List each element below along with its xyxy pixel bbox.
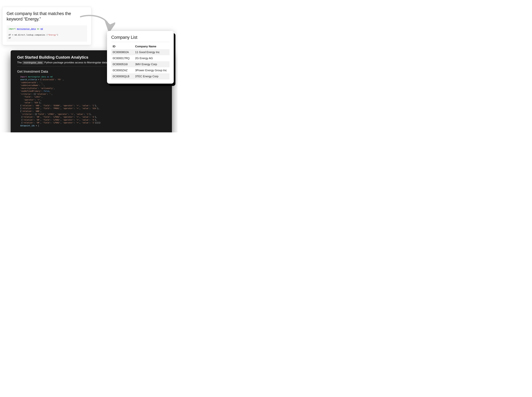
code-token: 'field'	[24, 96, 31, 98]
column-header-name[interactable]: Company Name	[134, 44, 170, 49]
code-token: 'relation'	[23, 116, 34, 118]
code-token: 'value'	[82, 119, 89, 121]
code-token: }]}]}	[95, 122, 101, 124]
code-token: 'operator'	[63, 119, 74, 121]
code-token: 'OR'	[36, 119, 40, 121]
code-token: :	[35, 99, 37, 101]
package-chip: morningstar_data	[23, 61, 43, 64]
code-token: 'value'	[82, 105, 89, 107]
code-token: 'USA'	[92, 107, 97, 110]
code-token: ,	[40, 116, 43, 118]
prompt-code-block[interactable]: import morningstar_data as md df = md.di…	[6, 25, 87, 42]
table-row[interactable]: 0C0000516I3MV Energy Corp	[111, 61, 170, 67]
code-token: 'AND'	[35, 105, 40, 107]
code-token: : [{	[32, 113, 37, 115]
cell-company-name: 3TEC Energy Corp	[134, 73, 170, 79]
code-token: 'securityStatus'	[20, 87, 38, 89]
prompt-heading: Get company list that matches the keywor…	[6, 11, 87, 22]
code-token: '='	[76, 122, 79, 124]
code-token	[20, 102, 24, 104]
code-token: ,	[49, 90, 50, 92]
code-token: },	[39, 102, 41, 104]
code-token: 'FO'	[57, 79, 61, 81]
code-token: 'field'	[43, 119, 50, 121]
code-token: '='	[70, 113, 74, 115]
code-token: :	[32, 110, 35, 112]
table-row[interactable]: 0C000017RQ2G Energy AG	[111, 55, 170, 61]
code-token: ,	[74, 113, 76, 115]
code-token: },	[95, 119, 97, 121]
code-token: :	[39, 84, 41, 87]
code-token: 'universeId'	[41, 79, 55, 81]
code-token: :	[89, 116, 92, 118]
code-token: 'activeonly'	[40, 87, 54, 89]
table-row[interactable]: 0C0000ZAZ3Power Energy Group Inc	[111, 67, 170, 73]
code-token: df	[9, 37, 11, 39]
text: The	[17, 61, 23, 64]
code-token: :	[74, 122, 76, 124]
code-token	[20, 96, 24, 98]
code-token: :	[34, 122, 36, 124]
code-token: 'relation'	[23, 119, 34, 121]
code-token: : [{	[31, 93, 36, 95]
cell-id: 0C0000ZAZ	[111, 67, 134, 73]
code-token: = {	[37, 79, 41, 81]
code-token: ,	[79, 122, 82, 124]
code-token: '1'	[86, 113, 89, 115]
code-token: :	[68, 113, 70, 115]
cell-company-name: 3Power Energy Group Inc	[134, 67, 170, 73]
code-token: :	[32, 107, 35, 110]
code-token: 'relation'	[23, 122, 34, 124]
code-token: {	[20, 116, 23, 118]
code-token: ,	[60, 105, 63, 107]
code-token: ''	[49, 93, 51, 95]
code-token: morningstar_data	[17, 28, 36, 30]
table-row[interactable]: 0C0000802A11 Good Energy Inc	[111, 49, 170, 55]
code-token: datapoint_ids	[20, 125, 35, 127]
code-token: ''	[39, 81, 41, 84]
code-token: 'operator'	[63, 107, 74, 110]
code-token: :	[50, 105, 53, 107]
code-token: 'operator'	[63, 105, 74, 107]
code-token: :	[37, 81, 39, 84]
cell-company-name: 3MV Energy Corp	[134, 61, 170, 67]
code-token: 'LF002'	[53, 119, 60, 121]
cell-company-name: 11 Good Energy Inc	[134, 49, 170, 55]
code-token: 'field'	[43, 105, 50, 107]
code-token: '='	[76, 105, 79, 107]
code-token: ,	[60, 107, 63, 110]
table-row[interactable]: 0C00000QLB3TEC Energy Corp	[111, 73, 170, 79]
code-token: ,	[41, 96, 43, 98]
code-token: },	[97, 107, 99, 110]
code-token: :	[89, 105, 92, 107]
code-token: 'relation'	[21, 105, 32, 107]
code-token: 'OR'	[36, 116, 40, 118]
code-token: ,	[40, 107, 43, 110]
code-token: 'value'	[76, 113, 84, 115]
code-token: :	[50, 116, 53, 118]
code-token: ,	[40, 119, 43, 121]
code-token: as	[47, 76, 50, 78]
code-token: ,	[40, 105, 43, 107]
code-token: :	[31, 102, 34, 104]
prompt-panel: Get company list that matches the keywor…	[2, 7, 92, 45]
code-token: 'value'	[82, 107, 89, 110]
code-token: Import	[20, 76, 28, 78]
code-token: :	[38, 87, 40, 89]
cell-id: 0C0000802A	[111, 49, 134, 55]
code-token: ,	[55, 113, 57, 115]
code-token: ,	[79, 119, 82, 121]
company-list-title: Company List	[111, 35, 170, 42]
column-header-id[interactable]: ID	[111, 44, 134, 49]
code-token: ,	[40, 99, 41, 101]
code-token: },	[95, 105, 97, 107]
code-token: ''	[41, 84, 44, 87]
code-token: ,	[41, 81, 43, 84]
code-token: {	[20, 105, 21, 107]
code-token: :	[74, 105, 76, 107]
cell-id: 0C0000516I	[111, 61, 134, 67]
code-token: 'relation'	[21, 107, 32, 110]
code-token: :	[89, 122, 92, 124]
code-token: 'field'	[43, 116, 50, 118]
code-token: 'LF002'	[53, 122, 60, 124]
